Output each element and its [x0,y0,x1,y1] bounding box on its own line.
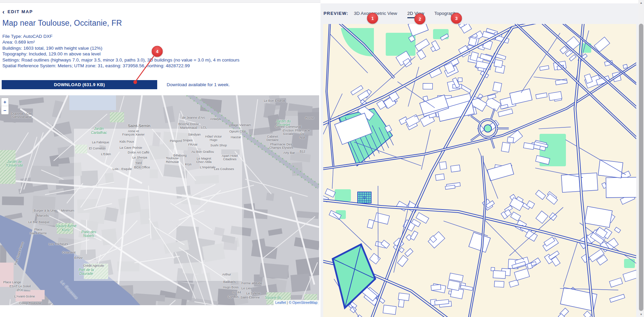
detail-line: Area: 0.669 km² [2,39,239,45]
tab-topography[interactable]: Topography [434,11,458,18]
detail-line: File Type: AutoCAD DXF [2,33,239,39]
preview-2d-map [323,24,636,317]
leaflet-map[interactable]: Saint-SerninJardin CartailhacDuportal - … [0,95,319,305]
scrollbar-down-arrow[interactable]: ▼ [638,312,644,317]
chevron-left-icon: ‹ [2,9,4,14]
scrollbar-thumb[interactable] [639,24,643,311]
attribution-separator: | [286,300,289,304]
map-attribution: Leaflet | © OpenStreetMap [273,300,319,305]
preview-tabs: 3D Axonometric View2D ViewTopography [354,11,458,18]
detail-line: Settings: Road outlines (highways 7.0, m… [2,57,239,63]
leaflet-link[interactable]: Leaflet [275,300,286,304]
vector-map-drawing [323,24,636,317]
preview-panel: PREVIEW: 3D Axonometric View2D ViewTopog… [320,3,638,317]
page-title: Map near Toulouse, Occitanie, FR [2,19,122,28]
map-zoom-control: + − [1,98,9,115]
openstreetmap-link[interactable]: © OpenStreetMap [289,300,317,304]
preview-label: PREVIEW: [324,11,349,16]
edit-map-label: EDIT MAP [7,9,33,14]
edit-map-back-link[interactable]: ‹ EDIT MAP [2,9,33,14]
scrollbar-up-arrow[interactable]: ▲ [638,0,644,5]
tab-2d-view[interactable]: 2D View [407,11,424,18]
selection-area-rect [74,129,242,281]
browser-chrome-strip [0,0,320,3]
download-availability-note: Download available for 1 week. [167,82,230,87]
tab-3d-axonometric-view[interactable]: 3D Axonometric View [354,11,397,18]
zoom-out-button[interactable]: − [1,106,8,114]
detail-line: Topography: Included, 129.00 m above sea… [2,51,239,57]
detail-line: Spatial Reference System: Meters; UTM zo… [2,63,239,69]
page-scrollbar[interactable]: ▲ ▼ [638,0,644,317]
page: ‹ EDIT MAP Map near Toulouse, Occitanie,… [0,0,644,317]
preview-header: PREVIEW: 3D Axonometric View2D ViewTopog… [324,11,458,18]
map-details: File Type: AutoCAD DXFArea: 0.669 km²Bui… [2,33,239,69]
detail-line: Buildings: 1603 total, 190 with height v… [2,45,239,51]
download-button[interactable]: DOWNLOAD (631.9 KB) [2,80,157,89]
zoom-in-button[interactable]: + [1,98,8,106]
